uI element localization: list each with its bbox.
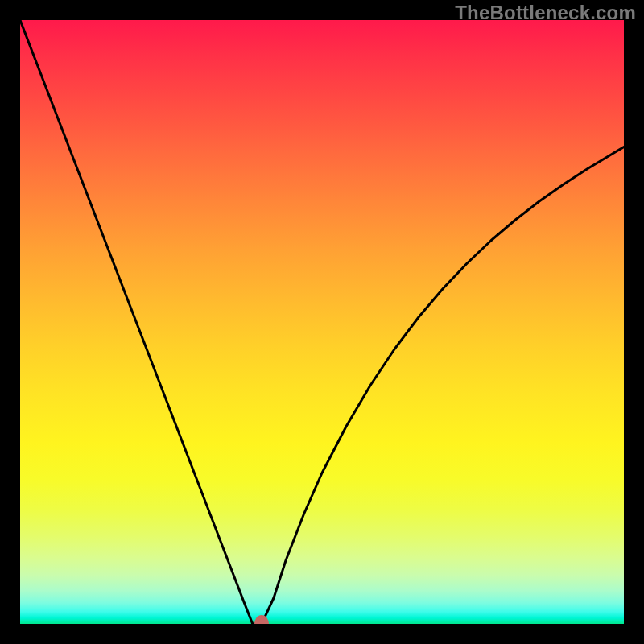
- plot-area: [20, 20, 624, 624]
- curve-layer: [20, 20, 624, 624]
- chart-container: TheBottleneck.com: [0, 0, 644, 644]
- watermark-text: TheBottleneck.com: [455, 2, 636, 24]
- bottleneck-curve: [20, 20, 624, 624]
